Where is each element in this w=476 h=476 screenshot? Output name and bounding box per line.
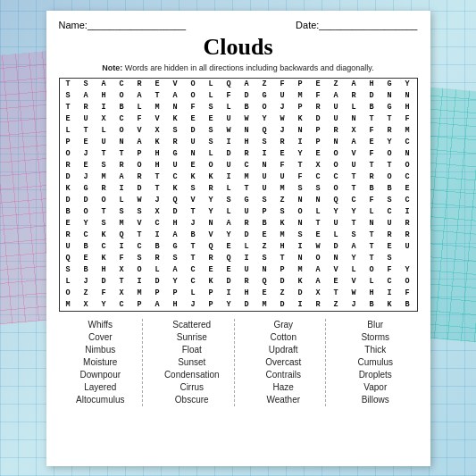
grid-cell: F — [381, 264, 399, 276]
grid-cell: P — [131, 299, 149, 311]
grid-cell: Y — [203, 206, 221, 218]
grid-cell: M — [96, 171, 113, 183]
word-col-2: ScatteredSunriseFloatSunsetCondensationC… — [150, 319, 235, 406]
grid-cell: E — [185, 113, 203, 125]
grid-cell: Y — [381, 137, 399, 148]
grid-cell: P — [256, 206, 274, 218]
grid-cell: T — [328, 288, 346, 299]
grid-cell: A — [113, 171, 131, 183]
grid-cell: O — [399, 160, 417, 171]
grid-cell: B — [113, 102, 131, 113]
word-col-4: BlurStormsThickCumulusDropletsVaporBillo… — [333, 319, 418, 406]
grid-cell: F — [185, 102, 203, 113]
grid-cell: E — [149, 79, 167, 90]
grid-cell: H — [363, 79, 381, 90]
grid-cell: T — [346, 183, 363, 195]
grid-cell: A — [96, 79, 113, 90]
grid-cell: U — [274, 90, 292, 102]
grid-cell: T — [96, 148, 113, 160]
grid-cell: N — [346, 113, 363, 125]
word-item: Cotton — [271, 331, 296, 344]
grid-cell: G — [256, 90, 274, 102]
word-item: Layered — [84, 381, 116, 394]
grid-cell: L — [221, 206, 238, 218]
grid-cell: I — [221, 288, 238, 299]
grid-cell: J — [78, 171, 96, 183]
grid-cell: P — [310, 125, 328, 137]
grid-cell: B — [185, 230, 203, 241]
grid-cell: M — [274, 183, 292, 195]
word-item: Vapor — [363, 381, 387, 394]
word-item: Nimbus — [85, 344, 115, 356]
grid-cell: R — [381, 125, 399, 137]
grid-cell: E — [60, 113, 78, 125]
grid-cell: A — [310, 276, 328, 288]
grid-cell: Y — [256, 113, 274, 125]
grid-cell: R — [381, 230, 399, 241]
grid-cell: M — [149, 102, 167, 113]
grid-cell: Q — [221, 79, 238, 90]
grid-cell: E — [221, 241, 238, 253]
grid-cell: Z — [274, 288, 292, 299]
grid-cell: C — [149, 218, 167, 230]
grid-cell: V — [346, 148, 363, 160]
grid-cell: Z — [256, 79, 274, 90]
grid-cell: R — [149, 253, 167, 264]
grid-cell: M — [399, 125, 417, 137]
grid-cell: E — [185, 160, 203, 171]
grid-cell: B — [149, 241, 167, 253]
grid-cell: W — [346, 288, 363, 299]
grid-cell: X — [113, 264, 131, 276]
grid-cell: E — [274, 148, 292, 160]
grid-cell: S — [78, 79, 96, 90]
grid-cell: O — [113, 90, 131, 102]
grid-cell: B — [381, 183, 399, 195]
grid-cell: T — [363, 160, 381, 171]
word-item: Contrails — [266, 369, 301, 381]
grid-cell: B — [363, 102, 381, 113]
word-item: Moisture — [83, 356, 117, 369]
grid-cell: Q — [328, 195, 346, 206]
grid-cell: Q — [203, 241, 221, 253]
word-search-grid: TSACREVOLQAZFPEZAHGYSAHOATAOLFDGUMFARDNN… — [59, 78, 418, 312]
words-section: WhiffsCoverNimbusMoistureDownpourLayered… — [59, 319, 418, 406]
grid-cell: S — [167, 125, 185, 137]
grid-cell: R — [310, 102, 328, 113]
grid-cell: T — [60, 79, 78, 90]
grid-cell: C — [346, 195, 363, 206]
grid-cell: H — [96, 264, 113, 276]
grid-cell: C — [310, 171, 328, 183]
word-item: Float — [182, 344, 202, 356]
grid-cell: N — [310, 195, 328, 206]
word-item: Sunrise — [177, 331, 207, 344]
grid-cell: I — [221, 137, 238, 148]
grid-cell: U — [238, 206, 256, 218]
grid-cell: D — [274, 299, 292, 311]
grid-cell: X — [149, 125, 167, 137]
grid-cell: J — [346, 299, 363, 311]
grid-cell: F — [274, 160, 292, 171]
grid-cell: U — [381, 218, 399, 230]
grid-cell: A — [167, 230, 185, 241]
grid-cell: X — [149, 206, 167, 218]
grid-cell: A — [238, 79, 256, 90]
grid-cell: I — [221, 171, 238, 183]
grid-cell: K — [96, 253, 113, 264]
grid-cell: Y — [399, 79, 417, 90]
page-title: Clouds — [59, 34, 418, 61]
grid-cell: K — [292, 113, 310, 125]
grid-cell: A — [167, 90, 185, 102]
grid-cell: I — [238, 253, 256, 264]
grid-cell: Y — [399, 264, 417, 276]
grid-cell: N — [292, 195, 310, 206]
grid-cell: V — [131, 125, 149, 137]
grid-cell: D — [363, 90, 381, 102]
grid-cell: H — [96, 90, 113, 102]
grid-cell: N — [328, 137, 346, 148]
grid-cell: D — [274, 276, 292, 288]
grid-cell: N — [292, 253, 310, 264]
grid-cell: K — [167, 113, 185, 125]
word-item: Condensation — [164, 369, 220, 381]
grid-cell: N — [167, 102, 185, 113]
grid-cell: V — [149, 113, 167, 125]
